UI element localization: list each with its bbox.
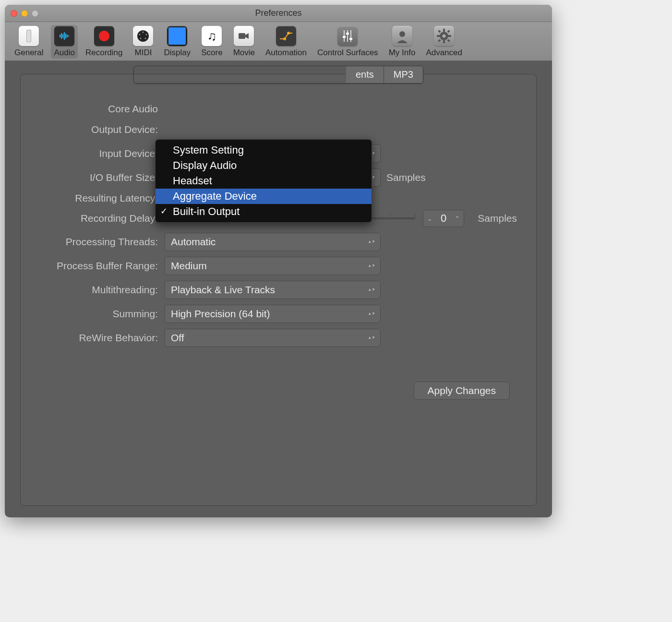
toolbar-my-info[interactable]: My Info [386, 25, 419, 59]
toolbar-movie[interactable]: Movie [230, 25, 258, 59]
switch-icon [19, 26, 39, 46]
svg-point-13 [140, 38, 142, 39]
toolbar-general[interactable]: General [12, 25, 46, 59]
gear-icon [434, 26, 454, 46]
preferences-window: Preferences General Audio Recording MIDI [5, 5, 552, 517]
music-note-icon: ♫ [202, 26, 222, 46]
chevron-updown-icon: ▲▼ [368, 288, 375, 292]
audio-panel: Devices General Sampler Editing ents MP3… [20, 74, 537, 506]
toolbar-automation[interactable]: Automation [263, 25, 310, 59]
toolbar-recording[interactable]: Recording [83, 25, 126, 59]
svg-rect-22 [346, 33, 349, 35]
menu-item-headset[interactable]: Headset [156, 173, 372, 189]
svg-rect-23 [349, 38, 352, 40]
recording-delay-stepper[interactable]: ⌄ 0 ⌃ [423, 210, 464, 227]
faders-icon [337, 26, 358, 46]
midi-port-icon [133, 26, 153, 46]
samples-suffix: Samples [472, 213, 517, 224]
label-latency: Resulting Latency: [40, 192, 165, 204]
menu-item-system-setting[interactable]: System Setting [156, 143, 372, 158]
toolbar-label: Movie [233, 48, 255, 58]
svg-rect-15 [239, 33, 245, 39]
menu-item-builtin-output[interactable]: ✓Built-in Output [156, 204, 372, 219]
toolbar-label: Audio [54, 48, 74, 58]
subtab-mp3[interactable]: MP3 [384, 66, 423, 83]
toolbar-label: Advanced [426, 48, 462, 58]
summing-select[interactable]: High Precision (64 bit)▲▼ [165, 305, 381, 323]
waveform-icon [54, 26, 74, 46]
person-icon [392, 26, 412, 46]
label-processing-threads: Processing Threads: [40, 236, 165, 248]
label-io-buffer: I/O Buffer Size: [40, 172, 165, 183]
camera-icon [234, 26, 254, 46]
toolbar-label: Recording [85, 48, 123, 58]
output-device-menu[interactable]: System Setting Display Audio Headset Agg… [155, 139, 372, 223]
apply-changes-button[interactable]: Apply Changes [414, 382, 510, 400]
svg-rect-30 [448, 35, 451, 37]
processing-threads-select[interactable]: Automatic▲▼ [165, 233, 381, 251]
svg-rect-29 [437, 35, 440, 37]
samples-suffix: Samples [381, 172, 517, 183]
toolbar-midi[interactable]: MIDI [130, 25, 156, 59]
svg-point-26 [443, 35, 446, 38]
multithreading-select[interactable]: Playback & Live Tracks▲▼ [165, 281, 381, 299]
svg-point-16 [283, 37, 286, 40]
label-recording-delay: Recording Delay: [40, 213, 165, 224]
chevron-updown-icon: ▲▼ [368, 264, 375, 268]
titlebar: Preferences [5, 5, 552, 22]
chevron-up-icon[interactable]: ⌃ [455, 215, 460, 222]
svg-point-12 [146, 34, 147, 36]
toolbar-label: MIDI [135, 48, 152, 58]
chevron-updown-icon: ▲▼ [368, 240, 375, 244]
process-buffer-select[interactable]: Medium▲▼ [165, 257, 381, 275]
svg-point-24 [399, 31, 405, 37]
toolbar-label: Automation [265, 48, 307, 58]
label-multithreading: Multithreading: [40, 284, 165, 296]
checkmark-icon: ✓ [160, 206, 168, 216]
svg-rect-34 [447, 39, 450, 42]
rewire-select[interactable]: Off▲▼ [165, 329, 381, 347]
display-icon [167, 26, 187, 46]
label-rewire: ReWire Behavior: [40, 332, 165, 344]
record-icon [94, 26, 114, 46]
menu-item-display-audio[interactable]: Display Audio [156, 158, 372, 173]
subtab-partial[interactable]: ents [346, 66, 384, 83]
svg-rect-28 [443, 40, 445, 43]
automation-icon [276, 26, 296, 46]
svg-rect-31 [438, 30, 441, 33]
svg-point-14 [145, 38, 146, 39]
label-input-device: Input Device: [40, 148, 165, 159]
toolbar-display[interactable]: Display [161, 25, 193, 59]
toolbar: General Audio Recording MIDI Display ♫ S… [5, 22, 552, 61]
window-title: Preferences [5, 8, 552, 18]
svg-rect-21 [343, 36, 346, 38]
toolbar-advanced[interactable]: Advanced [423, 25, 465, 59]
label-output-device: Output Device: [40, 124, 165, 135]
svg-rect-27 [443, 29, 445, 32]
label-core-audio: Core Audio [40, 103, 165, 115]
label-process-buffer: Process Buffer Range: [40, 260, 165, 272]
chevron-updown-icon: ▲▼ [368, 312, 375, 316]
svg-point-11 [139, 34, 141, 36]
toolbar-label: General [14, 48, 43, 58]
toolbar-audio[interactable]: Audio [51, 25, 77, 59]
toolbar-control-surfaces[interactable]: Control Surfaces [314, 25, 381, 59]
svg-rect-33 [438, 39, 441, 42]
toolbar-label: Display [164, 48, 191, 58]
label-summing: Summing: [40, 308, 165, 320]
svg-point-10 [143, 32, 144, 33]
svg-point-17 [287, 32, 290, 35]
chevron-down-icon[interactable]: ⌄ [427, 215, 432, 222]
toolbar-label: My Info [389, 48, 416, 58]
toolbar-score[interactable]: ♫ Score [198, 25, 225, 59]
toolbar-label: Score [201, 48, 222, 58]
toolbar-label: Control Surfaces [317, 48, 378, 58]
menu-item-aggregate-device[interactable]: Aggregate Device [156, 189, 372, 204]
subtabs: Devices General Sampler Editing ents MP3 [21, 66, 536, 84]
svg-rect-32 [447, 30, 450, 33]
chevron-updown-icon: ▲▼ [368, 336, 375, 340]
